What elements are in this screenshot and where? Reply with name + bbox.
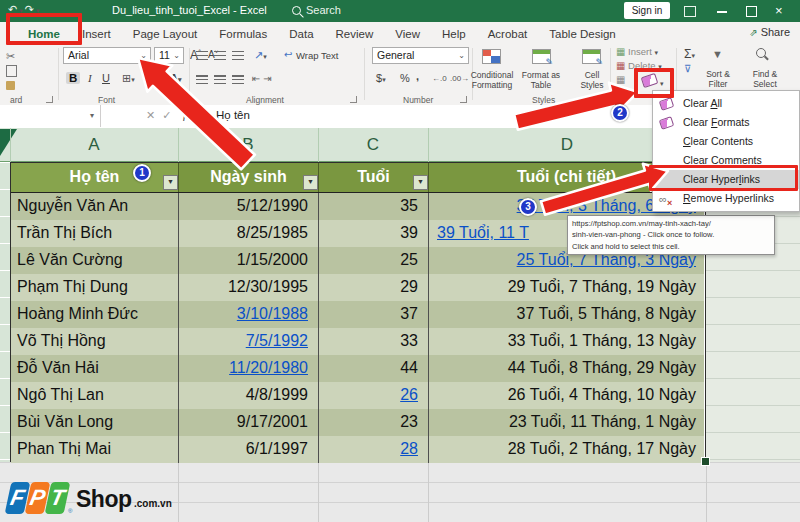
formula-cancel-enter-icons[interactable]: ✕✓	[146, 109, 178, 122]
cell-detail[interactable]: 29 Tuổi, 7 Tháng, 19 Ngày	[429, 274, 704, 301]
cell-dob-link[interactable]: 7/5/1992	[179, 328, 319, 355]
cell-name[interactable]: Phạm Thị Dung	[11, 274, 179, 301]
percent-style-icon[interactable]: %	[400, 72, 410, 84]
cell-styles-label[interactable]: Cell Styles	[576, 71, 608, 91]
autosum-button[interactable]: Σ▾	[684, 47, 695, 61]
cell-age[interactable]: 23	[319, 409, 429, 436]
insert-function-button[interactable]: fx	[183, 108, 191, 120]
cell-age[interactable]: 29	[319, 274, 429, 301]
cell-dob[interactable]: 9/17/2001	[179, 409, 319, 436]
header-ho-ten[interactable]: Họ tên	[11, 163, 179, 192]
format-painter-icon[interactable]	[6, 81, 15, 90]
wrap-text-label[interactable]: Wrap Text	[296, 50, 338, 61]
underline-button[interactable]: U	[102, 72, 110, 84]
cell-detail[interactable]: 33 Tuổi, 1 Tháng, 13 Ngày	[429, 328, 704, 355]
wrap-text-icon[interactable]: ↩	[284, 49, 292, 60]
cell-name[interactable]: Trần Thị Bích	[11, 220, 179, 247]
font-color-icon[interactable]: A▾	[170, 72, 181, 84]
formula-bar-value[interactable]: Họ tên	[216, 109, 250, 121]
align-center-icon[interactable]	[214, 75, 226, 84]
tab-page-layout[interactable]: Page Layout	[133, 28, 198, 40]
number-format-combobox[interactable]: General	[372, 47, 469, 64]
cell-detail[interactable]: 26 Tuổi, 4 Tháng, 10 Ngày	[429, 382, 704, 409]
fill-down-icon[interactable]: ⊽	[684, 63, 691, 74]
column-header-b[interactable]: B	[242, 135, 253, 155]
sort-filter-label[interactable]: Sort & Filter	[698, 70, 738, 90]
filter-button-dob[interactable]: ▼	[303, 175, 318, 190]
cell-name[interactable]: Võ Thị Hồng	[11, 328, 179, 355]
align-right-icon[interactable]	[232, 75, 244, 84]
accounting-format-icon[interactable]: $▾	[376, 72, 386, 84]
menu-item-clear-all[interactable]: Clear All	[653, 94, 799, 113]
column-header-d[interactable]: D	[561, 135, 573, 155]
cell-age[interactable]: 35	[319, 193, 429, 220]
share-button[interactable]: Share	[749, 26, 790, 38]
insert-cells-button[interactable]: ▦ Insert ▾	[616, 46, 658, 57]
cell-name[interactable]: Đỗ Văn Hải	[11, 355, 179, 382]
header-ngay-sinh[interactable]: Ngày sinh	[179, 163, 319, 192]
align-top-icon[interactable]	[196, 51, 208, 60]
cell-age-link[interactable]: 28	[319, 436, 429, 463]
cell-dob[interactable]: 12/30/1995	[179, 274, 319, 301]
cell-age[interactable]: 33	[319, 328, 429, 355]
find-select-label[interactable]: Find & Select	[742, 70, 788, 90]
menu-item-clear-contents[interactable]: Clear Contents	[653, 132, 799, 151]
cell-dob[interactable]: 4/8/1999	[179, 382, 319, 409]
cell-age[interactable]: 25	[319, 247, 429, 274]
select-all-corner[interactable]	[0, 129, 17, 156]
align-bottom-icon[interactable]	[232, 51, 244, 60]
cell-detail[interactable]: 28 Tuổi, 2 Tháng, 17 Ngày	[429, 436, 704, 463]
ribbon-display-options-icon[interactable]	[684, 6, 696, 17]
cell-age-link[interactable]: 26	[319, 382, 429, 409]
copy-icon[interactable]	[6, 65, 17, 77]
align-middle-ic[interactable]	[214, 51, 226, 60]
cell-dob-link[interactable]: 11/20/1980	[179, 355, 319, 382]
find-select-icon[interactable]	[756, 48, 766, 58]
orientation-icon[interactable]: ↗▾	[254, 49, 267, 62]
font-name-combobox[interactable]: Arial	[63, 47, 151, 64]
cell-styles-icon[interactable]	[582, 49, 601, 64]
cell-detail[interactable]: 44 Tuổi, 8 Tháng, 29 Ngày	[429, 355, 704, 382]
cell-age[interactable]: 39	[319, 220, 429, 247]
format-as-table-icon[interactable]	[532, 49, 551, 64]
tab-acrobat[interactable]: Acrobat	[488, 28, 528, 40]
tab-formulas[interactable]: Formulas	[219, 28, 267, 40]
column-header-c[interactable]: C	[367, 135, 379, 155]
cell-name[interactable]: Ngô Thị Lan	[11, 382, 179, 409]
close-button[interactable]: ×	[775, 3, 783, 18]
cell-name[interactable]: Lê Văn Cường	[11, 247, 179, 274]
tab-insert[interactable]: Insert	[82, 28, 111, 40]
filter-button-name[interactable]: ▼	[163, 175, 178, 190]
tab-help[interactable]: Help	[442, 28, 466, 40]
bold-button[interactable]: B	[66, 72, 80, 84]
cell-dob[interactable]: 8/25/1985	[179, 220, 319, 247]
filter-button-age[interactable]: ▼	[413, 175, 428, 190]
cell-dob[interactable]: 1/15/2000	[179, 247, 319, 274]
cell-detail[interactable]: 23 Tuổi, 11 Tháng, 1 Ngày	[429, 409, 704, 436]
cell-detail[interactable]: 37 Tuổi, 5 Tháng, 8 Ngày	[429, 301, 704, 328]
sort-filter-icon[interactable]: ▼	[712, 48, 723, 60]
borders-icon[interactable]: ⊞▾	[122, 72, 135, 85]
alignment-dialog-launcher[interactable]	[350, 96, 357, 103]
search-input[interactable]: Search	[306, 4, 341, 16]
comma-style-icon[interactable]: ,	[416, 70, 419, 82]
name-box[interactable]	[0, 105, 101, 127]
tab-table-design[interactable]: Table Design	[549, 28, 615, 40]
maximize-button[interactable]	[746, 6, 757, 17]
fill-color-icon[interactable]: ◇▾	[146, 71, 158, 84]
font-size-combobox[interactable]: 11	[154, 47, 184, 64]
format-as-table-label[interactable]: Format as Table	[518, 71, 564, 91]
cell-name[interactable]: Bùi Văn Long	[11, 409, 179, 436]
conditional-formatting-label[interactable]: Conditional Formatting	[468, 71, 516, 91]
cell-dob[interactable]: 6/1/1997	[179, 436, 319, 463]
minimize-button[interactable]	[717, 11, 727, 13]
indent-icons[interactable]: ⇤ ⇥	[252, 73, 272, 84]
menu-item-remove-hyperlinks[interactable]: ∞ Remove Hyperlinks	[653, 189, 799, 208]
fill-handle[interactable]	[701, 457, 710, 466]
cell-age[interactable]: 44	[319, 355, 429, 382]
tab-review[interactable]: Review	[336, 28, 374, 40]
number-dialog-launcher[interactable]	[460, 96, 467, 103]
cell-name[interactable]: Phan Thị Mai	[11, 436, 179, 463]
clipboard-dialog-launcher[interactable]	[46, 96, 53, 103]
font-dialog-launcher[interactable]	[176, 96, 183, 103]
